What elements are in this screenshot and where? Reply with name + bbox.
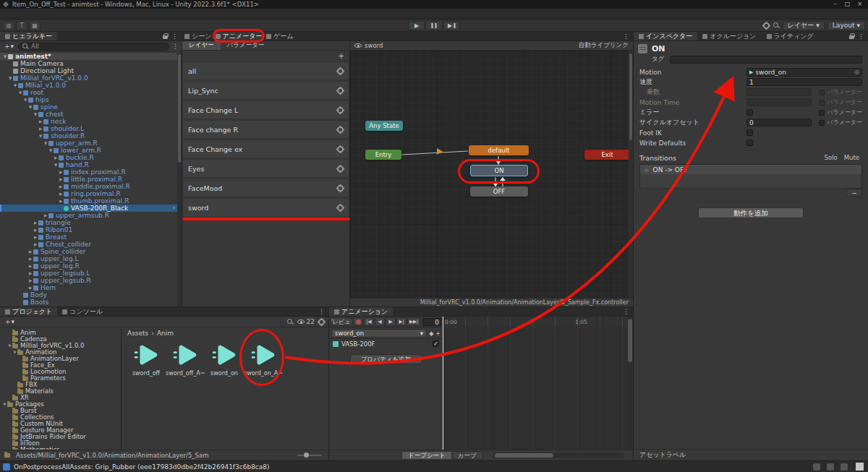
off-state-node[interactable]: OFF xyxy=(470,186,528,197)
zoom-slider-knob[interactable] xyxy=(304,452,309,458)
hierarchy-row[interactable]: ▶ triangle xyxy=(0,219,177,226)
expand-arrow-icon[interactable]: ▶ xyxy=(27,248,33,255)
hierarchy-row[interactable]: ▼ animtest* xyxy=(0,53,177,60)
folder-row[interactable]: FBX xyxy=(0,382,121,388)
parameter-checkbox[interactable] xyxy=(819,110,825,116)
hierarchy-row[interactable]: ▶ little.proximal.R xyxy=(0,176,177,183)
breadcrumb-anim[interactable]: Anim xyxy=(157,330,174,337)
entry-node[interactable]: Entry xyxy=(365,150,401,160)
hierarchy-row[interactable]: Main Camera xyxy=(0,60,177,67)
menu-icon[interactable]: ⋮ xyxy=(172,43,179,50)
mirror-parameter-toggle[interactable]: パラメーター xyxy=(814,108,862,116)
asset-labels-bar[interactable]: アセットラベル xyxy=(634,449,868,460)
playhead[interactable] xyxy=(443,317,443,450)
animator-layer-row[interactable]: Eyes xyxy=(182,159,349,178)
create-button[interactable]: +▾ xyxy=(3,43,15,50)
hierarchy-row[interactable]: ▼ Millial_forVRC_v1.0.0 xyxy=(0,74,177,82)
add-layer-button[interactable]: + xyxy=(339,52,344,60)
hierarchy-row[interactable]: VASB-200R_Black › xyxy=(0,205,177,212)
expand-arrow-icon[interactable]: ▶ xyxy=(38,125,43,132)
hierarchy-row[interactable]: ▶ Hem xyxy=(0,284,177,291)
auto-live-link-toggle[interactable]: 自動ライブリンク xyxy=(579,41,629,50)
hierarchy-row[interactable]: ▶ upper_legsub.R xyxy=(0,277,177,284)
folder-row[interactable]: JetBrains Rider Editor xyxy=(0,434,121,440)
tab-animation[interactable]: アニメーション xyxy=(329,307,393,316)
expand-arrow-icon[interactable]: ▶ xyxy=(53,154,59,161)
animator-layer-row[interactable]: FaceMood xyxy=(182,179,349,197)
expand-arrow-icon[interactable]: ▶ xyxy=(58,168,64,176)
scrollbar-thumb[interactable] xyxy=(495,453,554,458)
tag-field[interactable] xyxy=(670,56,862,64)
layer-settings-gear-icon[interactable] xyxy=(337,87,344,94)
foot-ik-checkbox[interactable] xyxy=(746,129,753,136)
asset-item[interactable]: sword_on_A~ xyxy=(244,340,283,377)
clip-dropdown[interactable]: sword_on ▾ xyxy=(331,329,427,338)
state-machine-graph[interactable]: Any State Entry default ON OFF Exit xyxy=(350,51,633,298)
speed-field[interactable]: 1 xyxy=(746,78,862,86)
expand-arrow-icon[interactable]: ▶ xyxy=(27,255,33,262)
layer-settings-gear-icon[interactable] xyxy=(337,107,344,113)
any-state-node[interactable]: Any State xyxy=(365,121,403,131)
hierarchy-scrollbar[interactable] xyxy=(177,53,182,306)
folder-row[interactable]: ▼ Millial_forVRC_v1.0.0 xyxy=(0,343,121,349)
tab-project[interactable]: プロジェクト xyxy=(0,307,57,316)
hierarchy-row[interactable]: ▼ spine xyxy=(0,103,177,111)
add-event-icon[interactable]: + xyxy=(435,330,441,337)
play-button[interactable]: ▶ xyxy=(409,21,425,30)
write-defaults-checkbox[interactable] xyxy=(746,140,753,146)
minimize-button[interactable]: – xyxy=(830,0,841,9)
last-frame-button[interactable]: ▶▶| xyxy=(407,317,420,326)
mirror-checkbox[interactable] xyxy=(746,109,753,116)
expand-arrow-icon[interactable]: ▼ xyxy=(7,343,12,349)
tab-scene[interactable]: シーン xyxy=(182,32,214,40)
folder-row[interactable]: Burst xyxy=(0,408,121,414)
timeline-ruler[interactable]: 0:00 1:05 xyxy=(443,317,627,327)
layer-settings-gear-icon[interactable] xyxy=(337,185,344,192)
layers-tab[interactable]: レイヤー xyxy=(182,41,221,50)
parameter-checkbox[interactable] xyxy=(819,120,825,126)
expand-arrow-icon[interactable]: ▼ xyxy=(12,82,18,89)
menu-icon[interactable]: ⋮ xyxy=(623,33,629,40)
folder-row[interactable]: Anim xyxy=(0,330,121,336)
expand-arrow-icon[interactable]: ▶ xyxy=(58,190,64,197)
multiplier-field[interactable] xyxy=(746,88,812,96)
expand-arrow-icon[interactable]: ▼ xyxy=(33,111,38,118)
asset-item[interactable]: sword_off xyxy=(127,340,166,377)
expand-arrow-icon[interactable]: ▼ xyxy=(38,132,43,140)
folder-row[interactable]: ▼ Packages xyxy=(0,401,121,408)
expand-arrow-icon[interactable]: ▶ xyxy=(27,270,33,277)
add-keyframe-icon[interactable]: ◆ xyxy=(429,330,433,337)
menu-icon[interactable]: ⋮ xyxy=(858,33,864,40)
exit-node[interactable]: Exit xyxy=(584,150,630,160)
hierarchy-row[interactable]: ▶ upper_leg.R xyxy=(0,262,177,270)
tab-inspector[interactable]: インスペクター xyxy=(634,32,697,40)
motion-time-field[interactable] xyxy=(746,98,812,106)
expand-arrow-icon[interactable]: ▶ xyxy=(33,219,38,226)
hierarchy-row[interactable]: ▶ Spine_collider xyxy=(0,248,177,255)
hierarchy-row[interactable]: Body xyxy=(0,291,177,299)
animator-layer-row[interactable]: Face Change L xyxy=(182,100,349,119)
expand-arrow-icon[interactable]: ▼ xyxy=(22,96,28,103)
state-name[interactable]: ON xyxy=(652,44,665,53)
pause-button[interactable] xyxy=(426,21,443,30)
expand-arrow-icon[interactable]: ▶ xyxy=(33,241,38,248)
layer-settings-gear-icon[interactable] xyxy=(337,205,344,211)
scrollbar-thumb[interactable] xyxy=(628,319,632,362)
create-button[interactable]: +▾ xyxy=(4,318,16,325)
multiplier-parameter-toggle[interactable]: パラメーター xyxy=(814,88,862,96)
curves-button[interactable]: カーブ xyxy=(452,451,483,460)
default-state-node[interactable]: default xyxy=(469,145,529,155)
cycle-offset-field[interactable]: 0 xyxy=(746,119,812,126)
hidden-count-button[interactable]: 22 xyxy=(297,318,315,325)
expand-arrow-icon[interactable]: ▼ xyxy=(2,53,8,60)
tab-lighting[interactable]: ライティング xyxy=(762,32,819,40)
current-frame-field[interactable]: 0 xyxy=(422,318,441,326)
menu-icon[interactable]: ⋮ xyxy=(623,308,629,315)
parameter-checkbox[interactable] xyxy=(819,100,825,106)
layer-settings-gear-icon[interactable] xyxy=(337,68,344,74)
folder-row[interactable]: Parameters xyxy=(0,375,121,382)
hierarchy-row[interactable]: ▼ Mllial_v1.0.0 xyxy=(0,82,177,89)
status-icon[interactable] xyxy=(827,463,834,471)
layers-dropdown[interactable]: レイヤー▾ xyxy=(783,21,825,30)
expand-arrow-icon[interactable]: ▶ xyxy=(33,233,38,241)
